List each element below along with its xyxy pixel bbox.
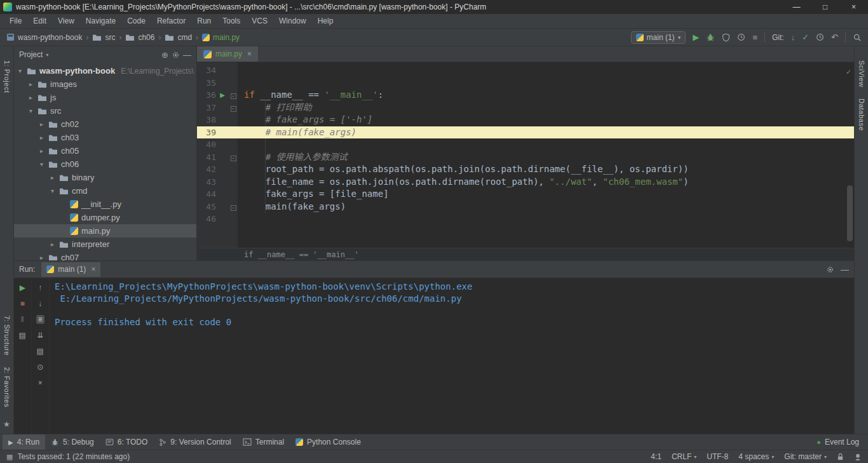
print-button[interactable]: ▤ [37, 347, 44, 356]
up-button[interactable]: ↑ [38, 283, 42, 292]
tree-item-wasm-python-book[interactable]: ▾wasm-python-bookE:\Learning_Projects\ [14, 64, 196, 77]
breadcrumb-item-ch06[interactable]: ch06 [125, 33, 154, 42]
breadcrumb-item-src[interactable]: src [92, 33, 115, 42]
stop-button[interactable]: ■ [20, 299, 25, 308]
search-everywhere-button[interactable] [853, 33, 862, 42]
close-tab-icon[interactable]: × [247, 50, 252, 58]
tree-item-js[interactable]: ▸js [14, 91, 196, 104]
tree-item-main-py[interactable]: main.py [14, 224, 196, 238]
scroll-end-button[interactable]: ⇊ [37, 331, 43, 340]
toolwindow-9-version-control[interactable]: 9: Version Control [153, 434, 236, 450]
chevron-right-icon[interactable]: ▸ [38, 121, 45, 128]
menu-refactor[interactable]: Refactor [151, 15, 191, 27]
toolwindow-6-todo[interactable]: 6: TODO [100, 434, 154, 450]
menu-navigate[interactable]: Navigate [80, 15, 121, 27]
menu-run[interactable]: Run [191, 15, 217, 27]
commit-button[interactable]: ✓ [802, 32, 809, 42]
run-config-select[interactable]: main (1) ▾ [631, 31, 686, 44]
close-run-tab-icon[interactable]: × [91, 265, 95, 274]
tree-item-ch05[interactable]: ▸ch05 [14, 144, 196, 158]
restore-layout-button[interactable]: ▤ [19, 331, 26, 340]
tree-item-ch03[interactable]: ▸ch03 [14, 131, 196, 144]
chevron-down-icon[interactable]: ▾ [27, 107, 34, 114]
fold-icon[interactable]: - [229, 102, 238, 114]
menu-file[interactable]: File [4, 15, 27, 27]
down-button[interactable]: ↓ [38, 299, 42, 308]
chevron-down-icon[interactable]: ▾ [38, 161, 45, 168]
tool-window-switcher-icon[interactable]: ▦ [6, 453, 13, 461]
breadcrumb-item-wasm-python-book[interactable]: wasm-python-book [6, 33, 82, 42]
menu-tools[interactable]: Tools [217, 15, 246, 27]
tree-item-init-py[interactable]: __init__.py [14, 198, 196, 211]
status-utf-8[interactable]: UTF-8 [707, 452, 728, 461]
rollback-button[interactable]: ↶ [831, 32, 838, 42]
chevron-right-icon[interactable]: ▸ [27, 94, 34, 101]
toolwindow-5-debug[interactable]: 5: Debug [45, 434, 100, 450]
toolwindow-terminal[interactable]: Terminal [237, 434, 290, 450]
tree-item-cmd[interactable]: ▾cmd [14, 184, 196, 198]
clear-button[interactable]: × [38, 379, 43, 387]
fold-icon[interactable]: - [229, 89, 238, 102]
tree-item-dumper-py[interactable]: dumper.py [14, 211, 196, 224]
stripe-label-sciview[interactable]: SciView [858, 60, 865, 87]
settings-gear-icon[interactable] [172, 51, 180, 59]
profiler-button[interactable] [737, 33, 745, 41]
breadcrumb-item-main-py[interactable]: main.py [202, 33, 240, 42]
chevron-right-icon[interactable]: ▸ [49, 241, 56, 248]
soft-wrap-button[interactable]: ≡ [36, 315, 44, 324]
history-button[interactable] [816, 33, 824, 41]
menu-edit[interactable]: Edit [27, 15, 52, 27]
hide-panel-button[interactable]: — [183, 50, 191, 60]
status-4-spaces[interactable]: 4 spaces▾ [738, 452, 774, 461]
chevron-right-icon[interactable]: ▸ [49, 174, 56, 181]
tree-item-interpreter[interactable]: ▸interpreter [14, 238, 196, 251]
chevron-right-icon[interactable]: ▸ [38, 134, 45, 141]
tree-item-binary[interactable]: ▸binary [14, 171, 196, 184]
chevron-down-icon[interactable]: ▾ [49, 187, 56, 194]
tree-item-src[interactable]: ▾src [14, 104, 196, 117]
close-button[interactable]: × [839, 0, 868, 14]
status-crlf[interactable]: CRLF▾ [672, 452, 696, 461]
maximize-button[interactable]: □ [811, 0, 839, 14]
update-project-button[interactable]: ↓ [791, 32, 796, 42]
fold-icon[interactable]: - [229, 151, 238, 164]
menu-vcs[interactable]: VCS [246, 15, 273, 27]
event-log-button[interactable]: ● Event Log [817, 438, 865, 446]
status-message[interactable]: Tests passed: 1 (22 minutes ago) [17, 452, 130, 461]
stripe-label-1-project[interactable]: 1: Project [3, 60, 11, 93]
menu-code[interactable]: Code [121, 15, 151, 27]
locate-file-button[interactable]: ⊕ [161, 50, 168, 60]
menu-window[interactable]: Window [273, 15, 312, 27]
inspections-ok-icon[interactable]: ✓ [846, 66, 851, 79]
minimize-button[interactable]: — [782, 0, 811, 14]
menu-view[interactable]: View [52, 15, 80, 27]
stripe-label-database[interactable]: Database [858, 98, 865, 131]
tree-item-images[interactable]: ▸images [14, 77, 196, 91]
chevron-down-icon[interactable]: ▾ [17, 67, 24, 74]
toolwindow-4-run[interactable]: ▶4: Run [3, 434, 45, 450]
code-area[interactable]: 343536▶-if __name__ == '__main__':37- # … [197, 62, 854, 248]
run-tab-main-1[interactable]: main (1) × [41, 262, 100, 277]
fold-icon[interactable]: - [229, 201, 238, 213]
editor-scrollbar-thumb[interactable] [847, 185, 853, 241]
hide-run-panel-button[interactable]: — [841, 265, 849, 274]
debug-button[interactable] [706, 33, 715, 42]
stripe-label-2-favorites[interactable]: 2: Favorites [3, 367, 11, 407]
lock-icon[interactable] [837, 453, 844, 461]
status-git-master[interactable]: Git: master▾ [784, 452, 827, 461]
tree-item-ch02[interactable]: ▸ch02 [14, 117, 196, 131]
tab-main-py[interactable]: main.py × [197, 46, 258, 62]
chevron-right-icon[interactable]: ▸ [38, 254, 45, 260]
breadcrumb-item-cmd[interactable]: cmd [165, 33, 192, 42]
hector-inspector-icon[interactable] [854, 453, 862, 461]
pause-button[interactable]: ‖ [21, 315, 24, 324]
pin-button[interactable]: ⊙ [37, 363, 43, 372]
coverage-button[interactable] [722, 33, 730, 42]
run-button[interactable]: ▶ [693, 32, 699, 42]
chevron-right-icon[interactable]: ▸ [27, 81, 34, 88]
status-4-1[interactable]: 4:1 [651, 452, 661, 461]
tree-item-ch06[interactable]: ▾ch06 [14, 158, 196, 171]
run-console-output[interactable]: E:\Learning_Projects\MyPythonProjects\wa… [50, 278, 854, 434]
chevron-right-icon[interactable]: ▸ [38, 147, 45, 154]
run-settings-gear-icon[interactable] [826, 265, 834, 274]
